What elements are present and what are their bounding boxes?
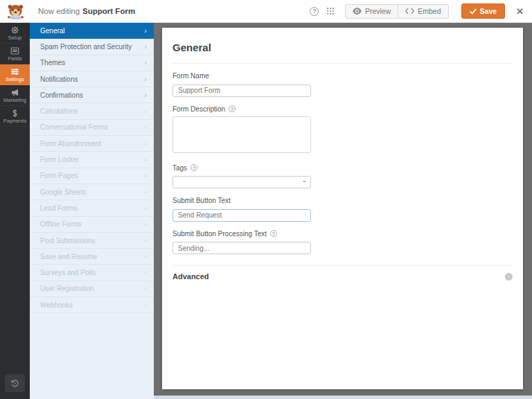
- general-settings-panel: General Form Name Form Description ? Tag…: [162, 28, 523, 389]
- now-editing: Now editing Support Form: [38, 7, 135, 15]
- bottom-edge: [154, 396, 532, 399]
- settings-menu-item-themes[interactable]: Themes›: [30, 55, 154, 71]
- embed-button[interactable]: Embed: [398, 4, 448, 19]
- sidebar-item-setup[interactable]: Setup: [0, 23, 30, 44]
- help-tooltip-icon[interactable]: ?: [229, 105, 236, 112]
- menu-item-label: Google Sheets: [40, 188, 86, 196]
- settings-menu-item-surveys-and-polls: Surveys and Polls›: [30, 265, 154, 281]
- content-area: General Form Name Form Description ? Tag…: [154, 23, 532, 399]
- form-name-group: Form Name: [172, 72, 513, 97]
- panel-title: General: [172, 37, 513, 64]
- form-name-label: Form Name: [172, 72, 209, 80]
- close-icon[interactable]: ✕: [516, 6, 524, 17]
- chevron-right-icon: ›: [144, 91, 147, 99]
- settings-menu-item-offline-forms: Offline Forms›: [30, 217, 154, 233]
- sidebar-item-marketing[interactable]: Marketing: [0, 85, 30, 106]
- submit-processing-text-label: Submit Button Processing Text: [172, 230, 267, 238]
- history-icon: [10, 379, 19, 388]
- chevron-right-icon: ›: [144, 204, 147, 212]
- topbar: Now editing Support Form ? Preview Em: [0, 0, 532, 23]
- menu-item-label: User Registration: [40, 285, 94, 292]
- preview-button[interactable]: Preview: [345, 4, 398, 19]
- menu-item-label: Save and Resume: [40, 253, 97, 260]
- submit-button-text-group: Submit Button Text: [172, 197, 513, 222]
- chevron-right-icon: ›: [144, 269, 147, 276]
- settings-menu-item-user-registration: User Registration›: [30, 281, 154, 297]
- submit-processing-text-input[interactable]: [172, 242, 311, 254]
- form-title: Support Form: [82, 7, 135, 15]
- settings-menu-item-notifications[interactable]: Notifications›: [30, 71, 154, 87]
- chevron-right-icon: ›: [144, 156, 147, 163]
- settings-menu: General›Spam Protection and Security›The…: [30, 23, 154, 399]
- expand-chevron-icon[interactable]: ›: [505, 273, 513, 281]
- check-icon: [470, 8, 477, 15]
- chevron-right-icon: ›: [144, 188, 147, 196]
- settings-menu-item-conversational-forms: Conversational Forms›: [30, 120, 154, 136]
- form-description-label: Form Description: [172, 105, 225, 113]
- menu-item-label: Offline Forms: [40, 220, 82, 228]
- sidebar-item-label: Fields: [8, 56, 21, 62]
- save-label: Save: [480, 7, 497, 15]
- menu-item-label: Webhooks: [40, 301, 73, 309]
- tags-select[interactable]: [172, 176, 311, 188]
- eye-icon: [353, 8, 362, 15]
- submit-processing-text-group: Submit Button Processing Text ?: [172, 230, 513, 255]
- menu-item-label: Surveys and Polls: [40, 269, 96, 276]
- shortcuts-grid-icon[interactable]: [325, 6, 336, 17]
- revisions-history-button[interactable]: [5, 374, 25, 392]
- form-description-group: Form Description ?: [172, 105, 513, 156]
- chevron-right-icon: ›: [144, 27, 147, 35]
- menu-item-label: Confirmations: [40, 91, 83, 99]
- settings-menu-item-post-submissions: Post Submissions›: [30, 233, 154, 249]
- settings-menu-item-webhooks: Webhooks›: [30, 297, 154, 313]
- sliders-icon: [10, 67, 19, 76]
- form-description-textarea[interactable]: [172, 116, 311, 153]
- help-icon[interactable]: ?: [309, 6, 320, 17]
- preview-embed-group: Preview Embed: [345, 4, 449, 19]
- sidebar-item-label: Marketing: [3, 98, 26, 103]
- sidebar-item-label: Setup: [8, 35, 22, 41]
- chevron-right-icon: ›: [144, 43, 147, 51]
- settings-menu-item-google-sheets: Google Sheets›: [30, 184, 154, 200]
- sidebar-item-label: Settings: [6, 77, 24, 82]
- advanced-section-header[interactable]: Advanced ›: [172, 265, 513, 281]
- menu-item-label: Conversational Forms: [40, 123, 108, 131]
- settings-menu-item-spam-protection-and-security[interactable]: Spam Protection and Security›: [30, 39, 154, 55]
- form-name-input[interactable]: [172, 85, 311, 97]
- sidebar-item-label: Payments: [3, 118, 26, 124]
- chevron-right-icon: ›: [144, 172, 147, 179]
- menu-item-label: Lead Forms: [40, 204, 77, 212]
- save-button[interactable]: Save: [461, 3, 506, 19]
- builder-sidebar: SetupFieldsSettingsMarketingPayments: [0, 23, 30, 399]
- wpforms-builder: Now editing Support Form ? Preview Em: [0, 0, 532, 399]
- menu-item-label: Notifications: [40, 76, 78, 83]
- help-tooltip-icon[interactable]: ?: [190, 164, 197, 171]
- dollar-icon: [10, 109, 19, 118]
- settings-menu-item-confirmations[interactable]: Confirmations›: [30, 87, 154, 103]
- menu-item-label: Spam Protection and Security: [40, 43, 132, 51]
- sidebar-item-settings[interactable]: Settings: [0, 64, 30, 85]
- megaphone-icon: [10, 88, 19, 97]
- gear-icon: [10, 26, 19, 35]
- tags-group: Tags ? ⌄: [172, 164, 513, 189]
- chevron-right-icon: ›: [144, 123, 147, 131]
- help-tooltip-icon[interactable]: ?: [270, 230, 277, 237]
- chevron-right-icon: ›: [144, 301, 147, 309]
- menu-item-label: General: [40, 27, 65, 35]
- settings-menu-item-form-abandonment: Form Abandonment›: [30, 136, 154, 152]
- chevron-right-icon: ›: [144, 76, 147, 83]
- settings-menu-item-form-locker: Form Locker›: [30, 152, 154, 168]
- submit-button-text-input[interactable]: [172, 209, 311, 222]
- embed-label: Embed: [418, 7, 441, 15]
- fields-icon: [10, 46, 19, 55]
- sidebar-item-fields[interactable]: Fields: [0, 44, 30, 64]
- sidebar-item-payments[interactable]: Payments: [0, 106, 30, 127]
- settings-menu-item-general[interactable]: General›: [30, 23, 154, 39]
- settings-menu-item-calculations: Calculations›: [30, 103, 154, 119]
- settings-menu-item-lead-forms: Lead Forms›: [30, 200, 154, 216]
- menu-item-label: Post Submissions: [40, 237, 95, 245]
- menu-item-label: Form Abandonment: [40, 140, 101, 148]
- menu-item-label: Calculations: [40, 107, 78, 115]
- tags-label: Tags: [172, 164, 187, 172]
- chevron-right-icon: ›: [144, 59, 147, 66]
